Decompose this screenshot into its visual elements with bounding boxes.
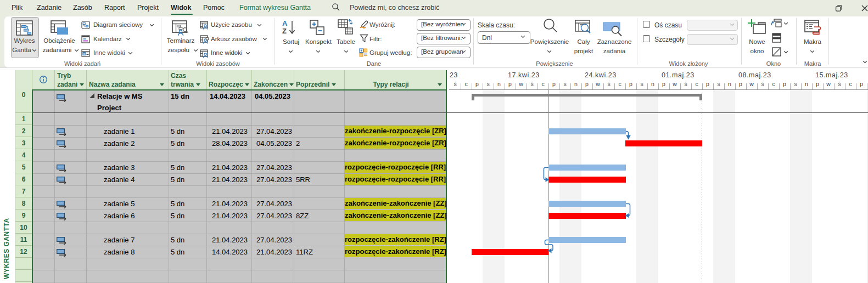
svg-text:Z: Z: [282, 27, 287, 35]
svg-text:A: A: [282, 20, 288, 27]
